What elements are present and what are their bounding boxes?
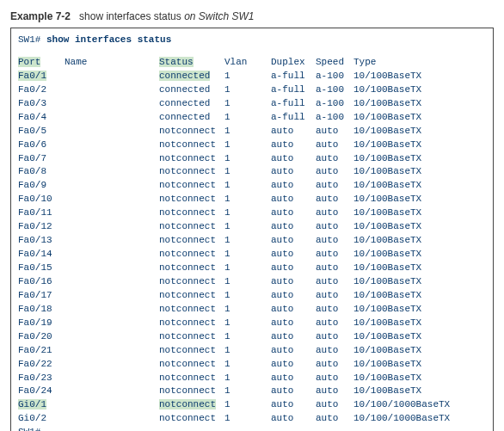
cell-duplex: auto	[271, 372, 316, 385]
table-row: Fa0/9notconnect1autoauto10/100BaseTX	[18, 179, 486, 193]
cell-vlan: 1	[224, 344, 271, 358]
table-row: Fa0/22notconnect1autoauto10/100BaseTX	[18, 358, 486, 372]
cell-type: 10/100BaseTX	[353, 317, 486, 330]
cell-port: Fa0/21	[18, 344, 65, 358]
table-header-row: Port Name Status Vlan Duplex Speed Type	[18, 56, 486, 70]
table-row: Fa0/15notconnect1autoauto10/100BaseTX	[18, 262, 486, 275]
cell-vlan: 1	[224, 125, 271, 139]
table-row: Fa0/8notconnect1autoauto10/100BaseTX	[18, 165, 486, 179]
cell-type: 10/100/1000BaseTX	[353, 398, 486, 412]
cell-port: Gi0/1	[18, 398, 65, 412]
cell-vlan: 1	[224, 83, 271, 97]
prompt: SW1#	[18, 34, 40, 45]
cell-type: 10/100BaseTX	[353, 372, 486, 385]
cell-duplex: auto	[271, 220, 316, 234]
cell-name	[65, 317, 159, 330]
cell-duplex: auto	[271, 125, 316, 139]
cell-name	[65, 234, 159, 248]
cell-type: 10/100BaseTX	[353, 385, 486, 398]
header-name: Name	[65, 56, 159, 70]
cell-type: 10/100BaseTX	[353, 358, 486, 372]
cell-status: notconnect	[159, 152, 224, 166]
table-row: Fa0/2connected1a-fulla-10010/100BaseTX	[18, 83, 486, 97]
cell-type: 10/100BaseTX	[353, 152, 486, 166]
cell-port: Fa0/13	[18, 234, 65, 248]
cell-duplex: auto	[271, 275, 316, 289]
cell-type: 10/100/1000BaseTX	[353, 412, 486, 426]
cell-name	[65, 83, 159, 97]
table-row: Fa0/5notconnect1autoauto10/100BaseTX	[18, 125, 486, 139]
cell-name	[65, 275, 159, 289]
cell-status: connected	[159, 97, 224, 111]
cell-type: 10/100BaseTX	[353, 193, 486, 206]
example-command: show interfaces status	[79, 10, 181, 22]
cell-speed: a-100	[316, 111, 353, 125]
example-prefix: Example 7-2	[10, 10, 71, 22]
cell-port: Fa0/12	[18, 220, 65, 234]
interface-table: Port Name Status Vlan Duplex Speed Type …	[18, 56, 486, 426]
cell-speed: auto	[316, 303, 353, 317]
table-row: Fa0/10notconnect1autoauto10/100BaseTX	[18, 193, 486, 206]
cell-vlan: 1	[224, 152, 271, 166]
table-row: Fa0/6notconnect1autoauto10/100BaseTX	[18, 139, 486, 152]
cell-duplex: auto	[271, 303, 316, 317]
cell-duplex: a-full	[271, 70, 316, 83]
cell-name	[65, 372, 159, 385]
cell-duplex: auto	[271, 248, 316, 262]
cell-status: notconnect	[159, 234, 224, 248]
table-row: Fa0/21notconnect1autoauto10/100BaseTX	[18, 344, 486, 358]
cell-status: notconnect	[159, 372, 224, 385]
cell-speed: auto	[316, 165, 353, 179]
cell-status: notconnect	[159, 289, 224, 303]
cell-port: Fa0/14	[18, 248, 65, 262]
cell-vlan: 1	[224, 111, 271, 125]
cell-duplex: auto	[271, 179, 316, 193]
cell-vlan: 1	[224, 412, 271, 426]
cell-vlan: 1	[224, 70, 271, 83]
cell-speed: auto	[316, 234, 353, 248]
cell-port: Fa0/19	[18, 317, 65, 330]
cell-type: 10/100BaseTX	[353, 248, 486, 262]
cell-speed: auto	[316, 275, 353, 289]
cell-status: notconnect	[159, 179, 224, 193]
cell-speed: auto	[316, 193, 353, 206]
table-row: Fa0/24notconnect1autoauto10/100BaseTX	[18, 385, 486, 398]
cell-status: notconnect	[159, 165, 224, 179]
cell-duplex: a-full	[271, 83, 316, 97]
cell-duplex: auto	[271, 193, 316, 206]
cell-type: 10/100BaseTX	[353, 179, 486, 193]
table-row: Fa0/11notconnect1autoauto10/100BaseTX	[18, 206, 486, 220]
cell-status: notconnect	[159, 317, 224, 330]
cell-name	[65, 165, 159, 179]
cell-type: 10/100BaseTX	[353, 165, 486, 179]
cell-vlan: 1	[224, 220, 271, 234]
cell-speed: auto	[316, 248, 353, 262]
cell-type: 10/100BaseTX	[353, 206, 486, 220]
cell-status: notconnect	[159, 398, 224, 412]
cell-name	[65, 152, 159, 166]
cell-status: notconnect	[159, 206, 224, 220]
cell-vlan: 1	[224, 289, 271, 303]
cell-duplex: a-full	[271, 97, 316, 111]
cell-vlan: 1	[224, 165, 271, 179]
cell-vlan: 1	[224, 275, 271, 289]
cell-type: 10/100BaseTX	[353, 289, 486, 303]
cell-name	[65, 398, 159, 412]
cell-type: 10/100BaseTX	[353, 344, 486, 358]
cell-port: Gi0/2	[18, 412, 65, 426]
cell-name	[65, 125, 159, 139]
cell-status: notconnect	[159, 220, 224, 234]
table-row: Fa0/13notconnect1autoauto10/100BaseTX	[18, 234, 486, 248]
cell-speed: auto	[316, 412, 353, 426]
cell-port: Fa0/6	[18, 139, 65, 152]
cell-port: Fa0/17	[18, 289, 65, 303]
cell-status: notconnect	[159, 358, 224, 372]
cell-port: Fa0/3	[18, 97, 65, 111]
cell-speed: auto	[316, 206, 353, 220]
header-duplex: Duplex	[271, 56, 316, 70]
cell-type: 10/100BaseTX	[353, 83, 486, 97]
cell-speed: auto	[316, 398, 353, 412]
cell-name	[65, 193, 159, 206]
cell-status: notconnect	[159, 248, 224, 262]
cell-port: Fa0/4	[18, 111, 65, 125]
